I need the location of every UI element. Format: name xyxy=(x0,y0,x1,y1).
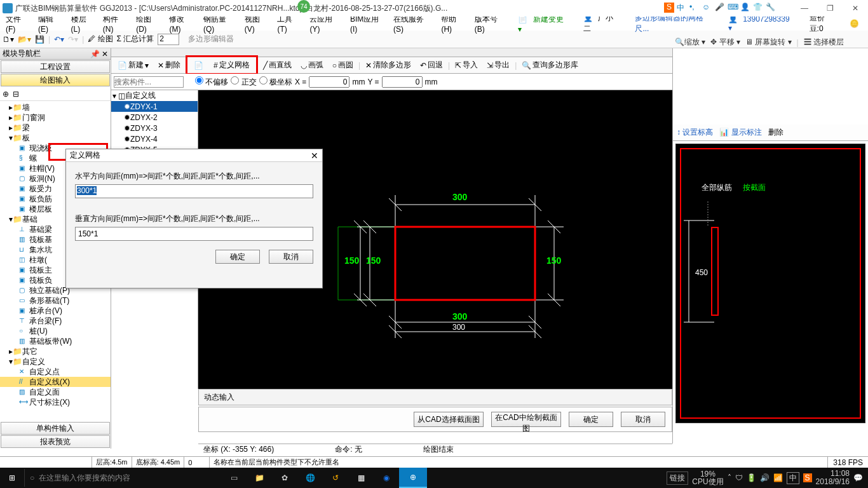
tray-clock[interactable]: 11:082018/9/16 xyxy=(816,470,850,486)
y-input[interactable] xyxy=(382,76,423,88)
tab-single-input[interactable]: 单构件输入 xyxy=(1,422,110,435)
fan-icon[interactable]: ✿ xyxy=(272,468,297,488)
tray-shield-icon[interactable]: 🛡 xyxy=(735,473,743,482)
zoom-dropdown[interactable]: 🔍缩放 ▾ xyxy=(675,37,705,48)
open-icon[interactable]: 📂▾ xyxy=(18,35,31,44)
dynamic-input-label: 动态输入 xyxy=(204,392,234,403)
cpu-meter[interactable]: 19%CPU使用 xyxy=(692,470,723,485)
select-floor-button[interactable]: ☰ 选择楼层 xyxy=(804,37,844,48)
comp-item-2[interactable]: ✹ ZDYX-2 xyxy=(111,112,198,123)
green-badge: 74 xyxy=(297,0,310,13)
pan-dropdown[interactable]: ✥ 平移 ▾ xyxy=(710,37,740,48)
pin-icon[interactable]: 📌 ✕ xyxy=(90,50,108,58)
video-icon[interactable]: ▦ xyxy=(348,468,374,488)
close-button[interactable]: ✕ xyxy=(843,0,868,17)
vert-input[interactable] xyxy=(75,227,313,241)
ime-zh-icon[interactable]: 中 xyxy=(677,3,687,13)
dialog-cancel-button[interactable]: 取消 xyxy=(269,250,313,264)
polyedit-hint: 多边形编辑器 xyxy=(188,34,234,44)
x-input[interactable] xyxy=(309,76,349,88)
dialog-ok-button[interactable]: 确定 xyxy=(215,250,260,264)
titlebar: 广联达BIM钢筋算量软件 GGJ2013 - [C:\Users\Adminis… xyxy=(0,0,868,17)
export-button[interactable]: ⇲ 导出 xyxy=(483,58,513,72)
draw-label[interactable]: 🖉 绘图 xyxy=(88,34,112,44)
define-grid-button[interactable]: # 定义网格 xyxy=(210,58,254,72)
mm-label-1: mm xyxy=(352,78,365,86)
taskbar-search[interactable]: ○ 在这里输入你要搜索的内容 xyxy=(24,469,221,487)
draw-circle-button[interactable]: ○ 画圆 xyxy=(329,58,357,72)
comp-root[interactable]: 自定义线 xyxy=(125,90,156,101)
ime-dot-icon[interactable]: •, xyxy=(689,3,700,13)
show-label-button[interactable]: 📊 显示标注 xyxy=(719,127,761,138)
tray-wifi-icon[interactable]: 📶 xyxy=(773,473,783,482)
ime-wrench-icon[interactable]: 🔧 xyxy=(766,3,776,13)
ime-smile-icon[interactable]: ☺ xyxy=(702,3,712,13)
cancel-button[interactable]: 取消 xyxy=(621,412,665,427)
back-button[interactable]: ↶ 回退 xyxy=(416,58,447,72)
screen-rotate-dropdown[interactable]: 🖥 屏幕旋转 ▾ xyxy=(745,37,792,48)
ortho-radio[interactable]: 正交 xyxy=(231,76,256,88)
floor-spin[interactable]: 2 xyxy=(158,34,179,45)
tray-ime-icon[interactable]: 中 xyxy=(787,472,799,484)
noshift-radio[interactable]: 不偏移 xyxy=(195,76,228,88)
section-preview[interactable]: 全部纵筋 按截面 450 xyxy=(675,144,865,423)
ime-person-icon[interactable]: 👤 xyxy=(740,3,750,13)
tray-notif-icon[interactable]: 💬 xyxy=(853,473,863,482)
tab-report-preview[interactable]: 报表预览 xyxy=(1,435,110,448)
draw-line-button[interactable]: ╱ 画直线 xyxy=(259,58,295,72)
new-icon[interactable]: 🗋▾ xyxy=(3,35,14,44)
q-icon[interactable]: ◉ xyxy=(374,468,399,488)
ime-mic-icon[interactable]: 🎤 xyxy=(715,3,725,13)
edge-icon[interactable]: 🌐 xyxy=(297,468,323,488)
link-label[interactable]: 链接 xyxy=(667,471,688,485)
new-button[interactable]: 📄 新建 ▾ xyxy=(114,58,153,72)
clear-polygon-button[interactable]: ✕ 清除多边形 xyxy=(362,58,415,72)
delete-preview-button[interactable]: 删除 xyxy=(768,127,783,138)
sum-label[interactable]: Σ 汇总计算 xyxy=(117,34,154,44)
start-button[interactable]: ⊞ xyxy=(0,468,24,488)
comp-item-3[interactable]: ✹ ZDYX-3 xyxy=(111,123,198,133)
folder-icon[interactable]: 📁 xyxy=(247,468,272,488)
left-panel-title: 模块导航栏 xyxy=(3,48,41,59)
ime-kbd-icon[interactable]: ⌨ xyxy=(728,3,738,13)
redo-icon[interactable]: ↷▾ xyxy=(68,35,78,44)
cad-draw-button[interactable]: 在CAD中绘制截面图 xyxy=(491,412,561,427)
dialog-titlebar[interactable]: 定义网格 ✕ xyxy=(66,149,322,162)
minimize-button[interactable]: — xyxy=(792,0,817,17)
tab-project-settings[interactable]: 工程设置 xyxy=(1,60,110,73)
doc-icon[interactable]: 📄 xyxy=(190,60,207,71)
collapse-icon[interactable]: ⊟ xyxy=(13,90,19,98)
app-task-icon[interactable]: ⊕ xyxy=(399,468,427,488)
dialog-close-icon[interactable]: ✕ xyxy=(311,151,318,161)
expand-icon[interactable]: ⊕ xyxy=(3,90,9,98)
comp-item-1[interactable]: ✹ ZDYX-1 xyxy=(111,101,198,112)
x-label: X = xyxy=(295,78,306,86)
horiz-input[interactable]: 300*1 xyxy=(77,186,97,195)
tray-battery-icon[interactable]: 🔋 xyxy=(747,473,756,482)
taskview-icon[interactable]: ▭ xyxy=(221,468,247,488)
import-button[interactable]: ⇱ 导入 xyxy=(451,58,482,72)
ime-shirt-icon[interactable]: 👕 xyxy=(753,3,763,13)
search-members-input[interactable] xyxy=(114,76,184,88)
polar-radio[interactable]: 极坐标 xyxy=(259,76,292,88)
draw-arc-button[interactable]: ◡ 画弧 xyxy=(297,58,327,72)
dim-bot-2: 300 xyxy=(452,323,465,332)
tray-chevron-icon[interactable]: ˄ xyxy=(728,473,731,482)
delete-button[interactable]: ✕ 删除 xyxy=(154,58,184,72)
ok-button[interactable]: 确定 xyxy=(569,412,613,427)
ime-icon[interactable]: S xyxy=(664,3,674,13)
undo-icon[interactable]: ↶▾ xyxy=(54,35,64,44)
fps-cell: 318 FPS xyxy=(828,458,868,467)
tray-volume-icon[interactable]: 🔊 xyxy=(760,473,770,482)
save-icon[interactable]: 💾 xyxy=(35,35,44,44)
maximize-button[interactable]: ❐ xyxy=(817,0,843,17)
tab-draw-input[interactable]: 绘图输入 xyxy=(1,74,110,86)
coin-icon[interactable]: 🪙 xyxy=(846,18,862,29)
mm-label-2: mm xyxy=(425,78,438,86)
comp-item-4[interactable]: ✹ ZDYX-4 xyxy=(111,133,198,144)
cad-select-button[interactable]: 从CAD选择截面图 xyxy=(414,412,484,427)
swirl-icon[interactable]: ↺ xyxy=(323,468,348,488)
set-elevation-button[interactable]: ↕ 设置标高 xyxy=(677,127,713,138)
query-polylib-button[interactable]: 🔍 查询多边形库 xyxy=(518,58,582,72)
tray-s-icon[interactable]: S xyxy=(803,473,812,482)
